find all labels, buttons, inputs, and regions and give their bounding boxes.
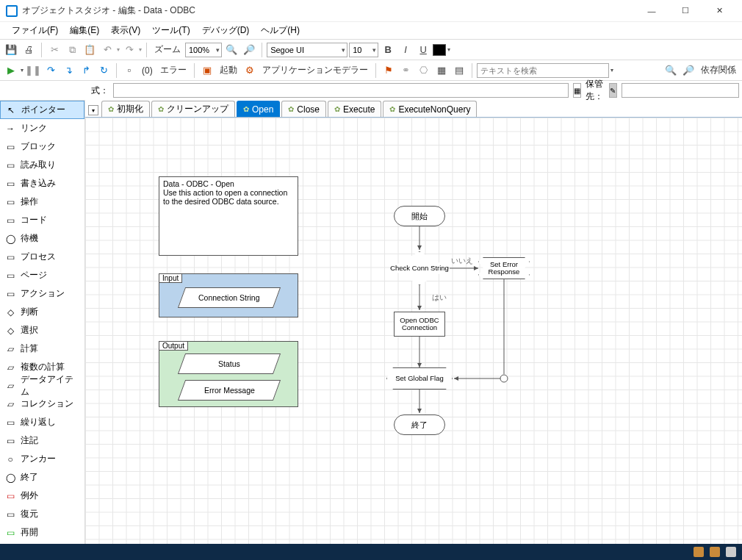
zoom-dropdown[interactable]: 100%	[185, 43, 222, 57]
close-button[interactable]: ✕	[702, 0, 736, 22]
tab-execute[interactable]: ✿Execute	[328, 101, 381, 117]
pause-icon[interactable]: ❚❚	[25, 62, 41, 79]
error-label[interactable]: エラー	[157, 64, 190, 76]
tool-loop[interactable]: ▭繰り返し	[0, 413, 84, 431]
expr-input[interactable]	[113, 83, 569, 98]
redo-icon[interactable]: ↷	[121, 42, 137, 58]
status-icon-1[interactable]	[694, 547, 704, 557]
node-set-error[interactable]: Set Error Response	[478, 257, 530, 279]
status-icon-3[interactable]	[726, 547, 736, 557]
element-icon[interactable]: ⎔	[416, 62, 432, 79]
save-to-input[interactable]	[622, 83, 739, 98]
tab-close[interactable]: ✿Close	[281, 101, 326, 117]
tool-navigate[interactable]: ▭操作	[0, 193, 84, 211]
node-set-flag[interactable]: Set Global Flag	[386, 367, 453, 390]
bold-button[interactable]: B	[380, 42, 396, 58]
menu-help[interactable]: ヘルプ(H)	[255, 22, 306, 39]
menu-tools[interactable]: ツール(T)	[146, 22, 195, 39]
flag-icon[interactable]: ⚑	[381, 62, 397, 79]
menu-edit[interactable]: 編集(E)	[64, 22, 105, 39]
output-block[interactable]: Output Status Error Message	[159, 341, 298, 407]
tool-link[interactable]: →リンク	[0, 119, 84, 137]
tool-anchor[interactable]: ○アンカー	[0, 450, 84, 468]
reset-icon[interactable]: ↻	[96, 62, 112, 79]
font-name-dropdown[interactable]: Segoe UI	[267, 43, 347, 57]
tool-code[interactable]: ▭コード	[0, 211, 84, 229]
minimize-button[interactable]: —	[635, 0, 669, 22]
italic-button[interactable]: I	[397, 42, 414, 58]
expr-calc-button[interactable]: ▦	[573, 83, 581, 98]
tab-dropdown[interactable]: ▾	[88, 105, 98, 115]
step-into-icon[interactable]: ↴	[60, 62, 76, 79]
tool-decision[interactable]: ◇判断	[0, 303, 84, 321]
page-icon[interactable]: ▫	[121, 62, 137, 79]
tool-choice[interactable]: ◇選択	[0, 321, 84, 340]
undo-icon[interactable]: ↶	[99, 42, 115, 58]
step-over-icon[interactable]: ↷	[43, 62, 59, 79]
note-stage[interactable]: Data - ODBC - Open Use this action to op…	[159, 176, 298, 256]
app-modeler-label[interactable]: アプリケーションモデラー	[259, 64, 371, 76]
tool-wait[interactable]: ◯待機	[0, 229, 84, 248]
tool-calc[interactable]: ▱計算	[0, 340, 84, 358]
canvas[interactable]: Data - ODBC - Open Use this action to op…	[85, 118, 742, 544]
launch-label[interactable]: 起動	[217, 64, 240, 76]
tool-end[interactable]: ◯終了	[0, 468, 84, 487]
svg-point-6	[500, 375, 508, 382]
app-modeler-icon[interactable]: ⚙	[242, 62, 258, 79]
tool-resume[interactable]: ▭再開	[0, 523, 84, 542]
tool-exception[interactable]: ▭例外	[0, 487, 84, 505]
save-icon[interactable]: 💾	[3, 42, 19, 58]
node-open-odbc[interactable]: Open ODBC Connection	[394, 312, 445, 337]
save-to-button[interactable]: ✎	[609, 83, 617, 98]
tab-init[interactable]: ✿初期化	[101, 101, 150, 117]
tool-block[interactable]: ▭ブロック	[0, 137, 84, 156]
region-icon[interactable]: ▦	[433, 62, 450, 79]
maximize-button[interactable]: ☐	[669, 0, 702, 22]
menu-debug[interactable]: デバッグ(D)	[196, 22, 256, 39]
launch-icon[interactable]: ▣	[199, 62, 215, 79]
tab-open[interactable]: ✿Open	[237, 101, 280, 117]
input-block[interactable]: Input Connection String	[159, 273, 298, 317]
node-end[interactable]: 終了	[394, 414, 445, 435]
data-conn-string[interactable]: Connection String	[178, 287, 281, 308]
tool-page[interactable]: ▭ページ	[0, 266, 84, 284]
find-icon[interactable]: 🔍	[663, 62, 679, 79]
block-icon: ▭	[4, 143, 16, 151]
tool-process[interactable]: ▭プロセス	[0, 248, 84, 266]
node-start[interactable]: 開始	[394, 206, 445, 226]
font-size-dropdown[interactable]: 10	[349, 43, 378, 57]
tool-write[interactable]: ▭書き込み	[0, 174, 84, 193]
copy-icon[interactable]: ⧉	[64, 42, 80, 58]
tool-read[interactable]: ▭読み取り	[0, 156, 84, 174]
cut-icon[interactable]: ✂	[46, 42, 62, 58]
tool-note[interactable]: ▭注記	[0, 431, 84, 450]
play-icon[interactable]: ▶	[3, 62, 19, 79]
find-all-icon[interactable]: 🔎	[680, 62, 696, 79]
print-icon[interactable]: 🖨	[21, 42, 37, 58]
data-status[interactable]: Status	[178, 353, 281, 374]
tool-recover[interactable]: ▭復元	[0, 505, 84, 523]
status-icon-2[interactable]	[710, 547, 720, 557]
tool-collection[interactable]: ▱コレクション	[0, 395, 84, 413]
dep-label[interactable]: 依存関係	[698, 64, 739, 76]
step-out-icon[interactable]: ↱	[78, 62, 94, 79]
tool-action[interactable]: ▭アクション	[0, 284, 84, 303]
tool-dataitem[interactable]: ▱データアイテム	[0, 376, 84, 395]
tool-pointer[interactable]: ↖ポインター	[0, 101, 84, 119]
underline-button[interactable]: U	[415, 42, 431, 58]
menu-file[interactable]: ファイル(F)	[6, 22, 64, 39]
process-icon: ▭	[4, 253, 16, 262]
highlight-icon[interactable]: ▤	[451, 62, 467, 79]
zoom-in-icon[interactable]: 🔎	[241, 42, 257, 58]
data-error-msg[interactable]: Error Message	[178, 380, 281, 401]
node-check-conn[interactable]: Check Conn String	[390, 251, 449, 285]
search-input[interactable]	[477, 63, 609, 78]
link-icon[interactable]: ⚭	[398, 62, 414, 79]
color-swatch[interactable]	[433, 44, 446, 56]
menu-view[interactable]: 表示(V)	[105, 22, 146, 39]
paste-icon[interactable]: 📋	[82, 42, 98, 58]
tab-cleanup[interactable]: ✿クリーンアップ	[151, 101, 235, 117]
zoom-out-icon[interactable]: 🔍	[223, 42, 239, 58]
toolbar-main: 💾 🖨 ✂ ⧉ 📋 ↶ ▾ ↷ ▾ ズーム 100% 🔍 🔎 Segoe UI …	[0, 40, 742, 60]
tab-execute-nonquery[interactable]: ✿ExecuteNonQuery	[383, 101, 477, 117]
